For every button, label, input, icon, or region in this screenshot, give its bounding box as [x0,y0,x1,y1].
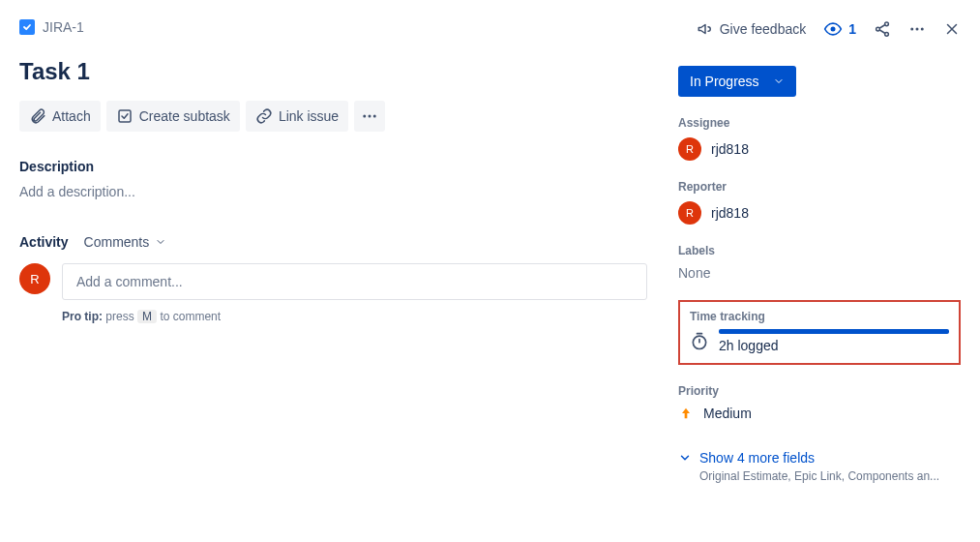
more-icon [908,20,926,38]
svg-rect-0 [119,110,131,122]
priority-label: Priority [678,384,961,398]
reporter-avatar: R [678,201,701,225]
eye-icon [823,19,843,39]
svg-point-2 [369,115,371,118]
attachment-icon [29,107,46,125]
show-more-fields-button[interactable]: Show 4 more fields [678,450,961,466]
svg-point-1 [363,115,366,118]
svg-point-3 [373,115,376,118]
svg-point-8 [910,28,913,31]
chevron-down-icon [678,451,692,465]
link-issue-button[interactable]: Link issue [246,101,348,132]
comment-input[interactable]: Add a comment... [62,263,647,300]
status-dropdown[interactable]: In Progress [678,66,796,97]
reporter-label: Reporter [678,180,961,194]
issue-type-icon [19,19,35,35]
breadcrumb[interactable]: JIRA-1 [19,19,84,35]
close-icon [943,20,961,38]
create-subtask-button[interactable]: Create subtask [106,101,240,132]
chevron-down-icon [773,75,785,87]
more-icon [361,107,378,125]
share-button[interactable] [874,20,891,38]
labels-label: Labels [678,244,961,257]
watch-button[interactable]: 1 [823,19,856,39]
description-input[interactable]: Add a description... [19,184,647,199]
subtask-icon [116,107,134,125]
stopwatch-icon [690,332,709,351]
issue-title[interactable]: Task 1 [19,58,647,85]
activity-heading: Activity [19,234,69,250]
attach-button[interactable]: Attach [19,101,101,132]
priority-field[interactable]: Medium [678,406,961,421]
megaphone-icon [697,20,714,38]
issue-key[interactable]: JIRA-1 [43,19,84,35]
svg-point-9 [916,28,919,31]
watch-count: 1 [848,21,856,37]
time-tracking-bar [719,329,949,334]
more-actions-button[interactable] [354,101,385,132]
current-user-avatar: R [19,263,50,294]
time-tracking-label: Time tracking [690,310,949,323]
description-heading: Description [19,159,647,174]
assignee-label: Assignee [678,116,961,130]
time-tracking-section: Time tracking 2h logged [678,300,961,365]
labels-field[interactable]: None [678,265,961,281]
show-more-fields-subtitle: Original Estimate, Epic Link, Components… [699,469,961,483]
assignee-avatar: R [678,137,701,161]
activity-filter-dropdown[interactable]: Comments [84,234,167,250]
svg-point-10 [921,28,924,31]
svg-point-4 [831,27,836,32]
share-icon [874,20,891,38]
time-logged-text: 2h logged [719,338,949,353]
pro-tip-text: Pro tip: press M to comment [62,310,647,323]
close-button[interactable] [943,20,961,38]
time-tracking-field[interactable]: 2h logged [690,329,949,353]
assignee-field[interactable]: R rjd818 [678,137,961,161]
reporter-field[interactable]: R rjd818 [678,201,961,225]
give-feedback-button[interactable]: Give feedback [697,20,807,38]
more-button[interactable] [908,20,926,38]
link-icon [255,107,273,125]
chevron-down-icon [155,236,166,248]
keyboard-key: M [137,310,157,323]
priority-medium-icon [678,406,694,421]
